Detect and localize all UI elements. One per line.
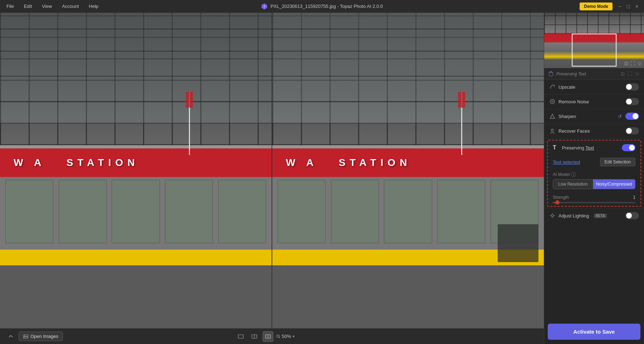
remove-noise-left: Remove Noise — [549, 98, 589, 105]
strength-slider-track[interactable] — [553, 202, 635, 203]
strength-slider-thumb[interactable] — [555, 200, 560, 205]
ai-model-info-icon[interactable]: i — [571, 172, 576, 177]
thumbnail-steel — [544, 13, 644, 34]
thumbnail-crop-icon[interactable]: ⊡ — [624, 61, 628, 66]
expand-button[interactable] — [6, 331, 16, 341]
bottom-toolbar: Open Images — [0, 328, 544, 344]
menu-file[interactable]: File — [4, 3, 16, 10]
low-resolution-button[interactable]: Low Resolution — [553, 180, 593, 189]
strength-label-row: Strength 1 — [553, 195, 635, 200]
upscale-left: Upscale — [549, 84, 575, 90]
sharpen-undo-icon[interactable]: ↺ — [618, 114, 622, 119]
svg-point-14 — [551, 129, 553, 131]
flag-right — [458, 92, 465, 108]
preserving-text-toggle[interactable] — [622, 144, 635, 151]
thumbnail-face-icon[interactable]: ☺ — [637, 61, 642, 66]
maximize-button[interactable]: □ — [625, 4, 631, 9]
yellow-line-left — [0, 250, 272, 265]
station-text-left: W A STATION — [14, 157, 139, 168]
station-text-right: W A STATION — [286, 157, 411, 168]
svg-point-15 — [551, 215, 553, 217]
door-2 — [59, 180, 107, 243]
svg-point-3 — [24, 335, 25, 336]
canvas-area: W A STATION — [0, 13, 544, 344]
thumbnail-image — [544, 13, 644, 68]
door-r3 — [384, 180, 432, 243]
title-bar-left: File Edit View Account Help — [4, 3, 101, 10]
adjust-lighting-row: Adjust Lighting BETA — [544, 208, 644, 223]
svg-marker-13 — [550, 114, 555, 118]
adjust-lighting-icon — [549, 212, 556, 219]
title-bar-center: T PXL_20230613_115920755.jpg - Topaz Pho… — [261, 3, 383, 10]
sharpen-row: Sharpen ↺ — [544, 109, 644, 124]
svg-text:T: T — [264, 5, 265, 8]
main-area: W A STATION — [0, 13, 644, 344]
text-selected-row: Text selected Edit Selection — [548, 155, 640, 169]
right-station-image: W A STATION — [272, 13, 544, 328]
processing-bar: Preserving Text ⊡ ⛶ ☺ — [544, 68, 644, 80]
menu-edit[interactable]: Edit — [22, 3, 34, 10]
ground-left — [0, 265, 272, 328]
single-view-icon — [238, 334, 244, 339]
recover-faces-row: Recover Faces — [544, 124, 644, 138]
recover-faces-label: Recover Faces — [558, 128, 590, 134]
noisy-compressed-button[interactable]: Noisy/Compressed — [593, 180, 635, 189]
zoom-chevron-icon[interactable]: ▾ — [293, 334, 294, 338]
demo-mode-button[interactable]: Demo Mode — [580, 3, 613, 10]
beam-rh4 — [272, 101, 544, 102]
upscale-toggle[interactable] — [625, 83, 639, 90]
processing-expand-icon[interactable]: ⛶ — [628, 71, 632, 77]
recover-faces-icon — [549, 128, 556, 134]
thumb-banner — [544, 34, 644, 39]
remove-noise-row: Remove Noise — [544, 94, 644, 109]
image-icon — [23, 334, 28, 339]
minimize-button[interactable]: − — [617, 4, 623, 9]
edit-selection-button[interactable]: Edit Selection — [600, 158, 635, 166]
menu-account[interactable]: Account — [60, 3, 81, 10]
processing-spinner-icon — [548, 72, 553, 77]
title-bar-right: Demo Mode − □ × — [580, 3, 640, 10]
svg-point-12 — [552, 101, 553, 102]
activate-to-save-button[interactable]: Activate to Save — [548, 324, 640, 340]
bottom-center-controls: 50% ▾ — [235, 331, 294, 342]
adjust-lighting-label: Adjust Lighting — [558, 213, 589, 218]
beam-h3 — [0, 76, 272, 77]
sharpen-toggle[interactable] — [625, 113, 639, 120]
strength-label: Strength — [553, 195, 569, 200]
remove-noise-icon — [549, 98, 556, 105]
beam-h4 — [0, 101, 272, 102]
svg-point-11 — [550, 99, 555, 104]
strength-row: Strength 1 — [548, 192, 640, 206]
open-images-button[interactable]: Open Images — [19, 331, 63, 341]
processing-face-icon[interactable]: ☺ — [635, 71, 640, 77]
recover-faces-toggle[interactable] — [625, 127, 639, 134]
image-container: W A STATION — [0, 13, 544, 328]
door-r2 — [331, 180, 379, 243]
adjust-lighting-toggle[interactable] — [625, 212, 639, 219]
menu-view[interactable]: View — [40, 3, 54, 10]
single-view-button[interactable] — [235, 331, 246, 342]
ai-model-row: AI Model i Low Resolution Noisy/Compress… — [548, 169, 640, 192]
processing-resize-icon[interactable]: ⊡ — [621, 71, 625, 77]
zoom-control: 50% ▾ — [276, 334, 294, 339]
menu-help[interactable]: Help — [87, 3, 101, 10]
right-image-panel: W A STATION — [272, 13, 544, 328]
text-selected-label[interactable]: Text selected — [553, 159, 580, 165]
beam-rh2 — [272, 51, 544, 51]
remove-noise-toggle[interactable] — [625, 98, 639, 105]
bottom-left-controls: Open Images — [6, 331, 63, 341]
split-horizontal-button[interactable] — [249, 331, 260, 342]
upscale-icon — [549, 84, 556, 90]
model-buttons: Low Resolution Noisy/Compressed — [553, 179, 635, 189]
processing-text: Preserving Text — [556, 72, 586, 77]
remove-noise-label: Remove Noise — [558, 99, 589, 104]
ground-right — [272, 265, 544, 328]
split-2x2-button[interactable] — [263, 331, 273, 342]
ai-model-label: AI Model i — [553, 172, 635, 177]
recover-faces-left: Recover Faces — [549, 128, 590, 134]
door-3 — [112, 180, 160, 243]
close-button[interactable]: × — [634, 4, 640, 9]
door-r1 — [278, 180, 326, 243]
thumbnail-fullscreen-icon[interactable]: ⛶ — [630, 61, 635, 66]
beam-h1 — [0, 29, 272, 29]
